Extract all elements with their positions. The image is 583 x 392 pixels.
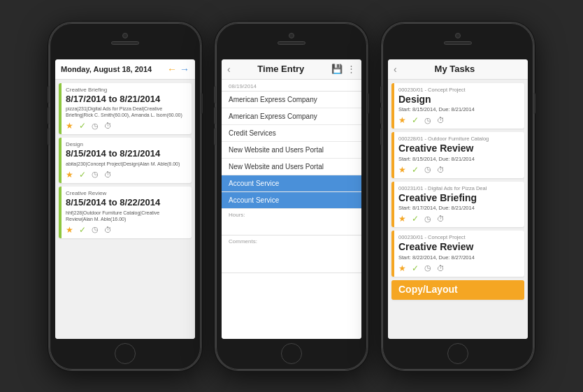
list-item[interactable]: 000228/01 - Outdoor Furniture Catalog Cr… — [391, 132, 524, 178]
mute-button — [48, 128, 50, 145]
power-button-2 — [367, 93, 369, 114]
back-button-3[interactable]: ‹ — [394, 64, 397, 75]
card-title: Creative Review — [398, 241, 520, 253]
list-item[interactable]: American Express Company — [222, 92, 361, 108]
phone-1-screen: Monday, August 18, 2014 ← → Creative Bri… — [55, 59, 195, 339]
check-icon[interactable]: ✓ — [412, 214, 419, 224]
phone-2-content: 08/19/2014 American Express Company Amer… — [222, 80, 361, 339]
star-icon[interactable]: ★ — [66, 170, 73, 180]
nav-arrows[interactable]: ← → — [167, 64, 189, 75]
card-id: 000230/01 - Concept Project — [398, 87, 520, 93]
list-item[interactable]: 000230/01 - Concept Project Design Start… — [391, 83, 524, 129]
phone-3-home-button[interactable] — [447, 343, 468, 364]
phone-1: Monday, August 18, 2014 ← → Creative Bri… — [48, 22, 202, 371]
back-button[interactable]: ‹ — [227, 64, 231, 75]
star-icon[interactable]: ★ — [398, 263, 406, 273]
card-dates: 8/15/2014 to 8/22/2014 — [66, 197, 187, 208]
phone-3-camera — [455, 33, 461, 38]
timer-icon[interactable]: ⏱ — [437, 166, 445, 174]
prev-day-arrow[interactable]: ← — [167, 64, 177, 75]
phone-1-speaker — [111, 41, 139, 45]
list-item[interactable]: Design 8/15/2014 to 8/21/2014 abita|230|… — [59, 138, 192, 183]
volume-down-button — [48, 107, 50, 124]
check-icon[interactable]: ✓ — [412, 165, 419, 175]
mute-button-2 — [214, 128, 216, 145]
timer-icon[interactable]: ⏱ — [104, 170, 112, 179]
phone-3: ‹ My Tasks 000230/01 - Concept Project D… — [381, 22, 535, 371]
phone-2-top — [278, 33, 305, 45]
list-item[interactable]: Creative Review 8/15/2014 to 8/22/2014 h… — [59, 187, 192, 238]
card-id: 000231/01 - Digital Ads for Pizza Deal — [398, 185, 520, 191]
timer-icon[interactable]: ⏱ — [437, 116, 445, 124]
clock-icon[interactable]: ◷ — [424, 116, 431, 125]
card-dates: 8/15/2014 to 8/21/2014 — [66, 148, 187, 159]
card-actions: ★ ✓ ◷ ⏱ — [66, 225, 187, 235]
volume-down-button-3 — [380, 107, 382, 124]
save-button[interactable]: 💾 — [331, 64, 343, 74]
power-button — [201, 93, 203, 114]
phone-1-camera — [122, 33, 128, 38]
card-actions: ★ ✓ ◷ ⏱ — [398, 214, 520, 224]
next-day-arrow[interactable]: → — [180, 64, 189, 75]
power-button-3 — [533, 93, 535, 114]
list-item[interactable]: New Website and Users Portal — [222, 159, 361, 175]
comments-label: Comments: — [222, 235, 361, 245]
more-button[interactable]: ⋮ — [347, 64, 356, 74]
check-icon[interactable]: ✓ — [79, 225, 86, 235]
card-label: Creative Briefing — [66, 87, 187, 93]
list-item-selected-2[interactable]: Account Service — [222, 192, 361, 209]
phone-1-home-button[interactable] — [115, 343, 136, 364]
list-item[interactable]: American Express Company — [222, 108, 361, 125]
comments-input[interactable] — [222, 245, 361, 273]
check-icon[interactable]: ✓ — [412, 115, 419, 125]
check-icon[interactable]: ✓ — [79, 170, 86, 180]
timer-icon[interactable]: ⏱ — [437, 215, 445, 223]
list-item[interactable]: Creative Briefing 8/17/2014 to 8/21/2014… — [59, 83, 192, 135]
phone-3-content: 000230/01 - Concept Project Design Start… — [388, 80, 528, 339]
star-icon[interactable]: ★ — [398, 115, 406, 125]
card-sub: Start: 8/15/2014, Due: 8/21/2014 — [398, 156, 520, 163]
timer-icon[interactable]: ⏱ — [437, 264, 445, 273]
clock-icon[interactable]: ◷ — [92, 122, 99, 131]
phone-2-screen: ‹ Time Entry 💾 ⋮ 08/19/2014 American Exp… — [222, 59, 361, 339]
phone-3-screen: ‹ My Tasks 000230/01 - Concept Project D… — [388, 59, 528, 339]
card-sub: Start: 8/22/2014, Due: 8/27/2014 — [398, 254, 520, 261]
timer-icon[interactable]: ⏱ — [104, 122, 112, 130]
star-icon[interactable]: ★ — [66, 121, 73, 131]
phone-3-top — [444, 33, 472, 45]
card-title: Copy/Layout — [398, 284, 520, 296]
card-actions: ★ ✓ ◷ ⏱ — [66, 121, 187, 131]
phone-2-home-button[interactable] — [281, 343, 302, 364]
clock-icon[interactable]: ◷ — [92, 225, 99, 234]
hours-input[interactable] — [222, 219, 361, 235]
star-icon[interactable]: ★ — [398, 214, 406, 224]
hours-label: Hours: — [222, 209, 361, 219]
list-item[interactable]: New Website and Users Portal — [222, 142, 361, 159]
list-item[interactable]: Credit Services — [222, 125, 361, 142]
clock-icon[interactable]: ◷ — [424, 263, 431, 273]
star-icon[interactable]: ★ — [398, 165, 406, 175]
phone-2-header: ‹ Time Entry 💾 ⋮ — [222, 59, 361, 80]
volume-up-button-2 — [214, 86, 216, 103]
phone-3-speaker — [444, 41, 472, 45]
clock-icon[interactable]: ◷ — [424, 215, 431, 224]
phone-1-header: Monday, August 18, 2014 ← → — [55, 59, 195, 80]
list-item[interactable]: 000230/01 - Concept Project Creative Rev… — [391, 231, 524, 277]
phone-2-speaker — [278, 41, 305, 45]
card-sub: Start: 8/15/2014, Due: 8/21/2014 — [398, 106, 520, 113]
card-label: Design — [66, 141, 187, 147]
card-title: Creative Review — [398, 143, 520, 154]
timer-icon[interactable]: ⏱ — [104, 226, 112, 234]
card-dates: 8/17/2014 to 8/21/2014 — [66, 94, 187, 105]
list-item-highlighted[interactable]: Copy/Layout — [391, 280, 524, 300]
check-icon[interactable]: ✓ — [412, 263, 419, 273]
list-item-selected[interactable]: Account Service — [222, 175, 361, 192]
screen-title: Time Entry — [257, 64, 304, 74]
list-item[interactable]: 000231/01 - Digital Ads for Pizza Deal C… — [391, 182, 524, 228]
check-icon[interactable]: ✓ — [79, 121, 86, 131]
card-desc: pizza|231|Digital Ads for Pizza Deal|Cre… — [66, 106, 187, 118]
clock-icon[interactable]: ◷ — [92, 170, 99, 179]
star-icon[interactable]: ★ — [66, 225, 73, 235]
card-title: Creative Briefing — [398, 192, 520, 204]
clock-icon[interactable]: ◷ — [424, 165, 431, 174]
